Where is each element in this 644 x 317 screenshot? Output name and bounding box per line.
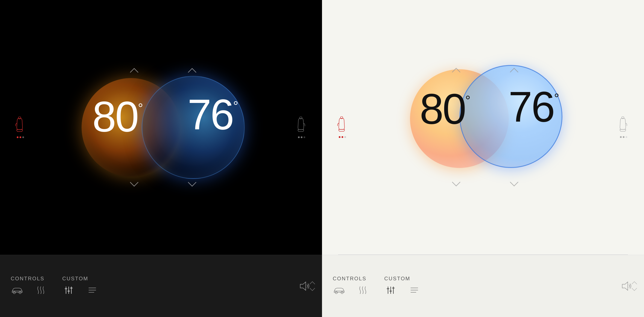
dark-seat-heat-icon[interactable] (86, 285, 99, 297)
light-controls-section: CONTROLS (328, 276, 374, 297)
dark-warm-down-chevron[interactable] (129, 181, 140, 187)
light-warm-up-chevron[interactable] (451, 67, 462, 73)
light-bottom-bar: CONTROLS (322, 255, 644, 317)
dark-car-icon[interactable] (11, 285, 24, 297)
dark-warm-temp[interactable]: 80 ° (92, 95, 143, 138)
light-bottom-right (620, 280, 638, 293)
dark-heat-icon[interactable] (34, 285, 47, 297)
dark-cool-number: 76 (188, 93, 233, 136)
svg-point-18 (341, 292, 343, 294)
light-main-area: 80 ° 76 ° (322, 0, 644, 254)
light-warm-number: 80 (420, 87, 465, 130)
dark-custom-section: CUSTOM (58, 276, 103, 297)
light-warm-degree: ° (465, 94, 470, 107)
dark-warm-degree: ° (138, 102, 143, 114)
dark-passenger-seat-icon (294, 117, 309, 134)
light-driver-seat-icon (335, 116, 350, 134)
light-volume-chevrons (631, 255, 638, 317)
light-volume-up-chevron[interactable] (631, 281, 638, 285)
dark-cool-temp[interactable]: 76 ° (188, 93, 238, 136)
light-custom-label: CUSTOM (384, 276, 421, 282)
light-mixer-icon[interactable] (384, 285, 397, 297)
light-cool-up-chevron[interactable] (509, 67, 520, 73)
dark-main-area: 80 ° 76 ° (0, 0, 322, 255)
light-driver-seat-dots (339, 136, 346, 138)
dark-warm-number: 80 (92, 95, 138, 138)
light-passenger-seat-icon (616, 116, 631, 134)
light-warm-temp[interactable]: 80 ° (420, 87, 470, 130)
dark-cool-up-chevron[interactable] (187, 67, 198, 74)
light-heat-icon[interactable] (356, 285, 369, 297)
dark-cool-degree: ° (233, 99, 238, 112)
light-car-icon[interactable] (333, 285, 346, 297)
dark-custom-icons (62, 285, 99, 297)
light-custom-icons (384, 285, 421, 297)
light-cool-number: 76 (508, 85, 554, 128)
light-cool-degree: ° (554, 92, 559, 105)
dark-controls-section: CONTROLS (6, 276, 52, 297)
light-cool-down-chevron[interactable] (509, 181, 520, 187)
light-custom-section: CUSTOM (380, 276, 425, 297)
dark-volume-chevrons (309, 255, 316, 317)
dark-volume-down-chevron[interactable] (309, 287, 316, 292)
svg-point-3 (19, 292, 21, 294)
dark-panel: 80 ° 76 ° CONTROLS (0, 0, 322, 317)
light-seat-right[interactable] (616, 116, 631, 138)
dark-mixer-icon[interactable] (62, 285, 75, 297)
svg-point-2 (13, 292, 16, 294)
light-controls-icons (333, 285, 369, 297)
light-warm-down-chevron[interactable] (451, 181, 462, 187)
light-temp-container: 80 ° 76 ° (386, 52, 580, 202)
dark-custom-label: CUSTOM (62, 276, 99, 282)
dark-seat-right[interactable] (294, 117, 309, 138)
dark-cool-down-chevron[interactable] (187, 181, 198, 187)
svg-marker-29 (622, 282, 628, 290)
light-seat-left[interactable] (335, 116, 350, 138)
svg-marker-14 (300, 282, 306, 290)
dark-seat-left[interactable] (13, 117, 28, 138)
dark-bottom-bar: CONTROLS (0, 255, 322, 317)
light-volume-down-chevron[interactable] (631, 287, 638, 292)
dark-driver-seat-dots (17, 136, 24, 138)
dark-warm-up-chevron[interactable] (129, 67, 140, 74)
light-cool-temp[interactable]: 76 ° (508, 85, 559, 128)
dark-volume-up-chevron[interactable] (309, 281, 316, 285)
dark-temp-container: 80 ° 76 ° (64, 52, 258, 203)
dark-controls-icons (11, 285, 47, 297)
light-passenger-seat-dots (620, 136, 627, 138)
dark-driver-seat-icon (13, 117, 28, 134)
svg-point-17 (335, 292, 338, 294)
dark-passenger-seat-dots (298, 136, 305, 138)
light-controls-label: CONTROLS (333, 276, 369, 282)
light-panel: 80 ° 76 ° CONTROLS (322, 0, 644, 317)
dark-controls-label: CONTROLS (11, 276, 47, 282)
dark-bottom-right (298, 280, 316, 293)
light-seat-heat-icon[interactable] (408, 285, 421, 297)
